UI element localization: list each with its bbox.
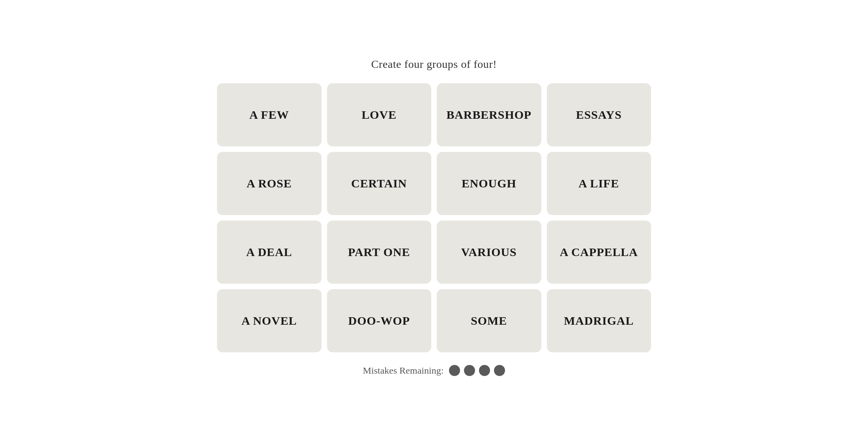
tile-a-deal[interactable]: A DEAL bbox=[217, 221, 322, 284]
tile-essays[interactable]: ESSAYS bbox=[547, 83, 651, 146]
mistakes-label: Mistakes Remaining: bbox=[363, 365, 444, 376]
tile-label-madrigal: MADRIGAL bbox=[559, 314, 638, 327]
mistakes-section: Mistakes Remaining: bbox=[363, 365, 505, 376]
tile-label-enough: ENOUGH bbox=[457, 177, 521, 190]
tile-label-a-cappella: A CAPPELLA bbox=[555, 245, 643, 259]
tile-label-essays: ESSAYS bbox=[571, 108, 627, 122]
tile-part-one[interactable]: PART ONE bbox=[327, 221, 432, 284]
tile-label-a-rose: A ROSE bbox=[242, 177, 297, 190]
tile-label-some: SOME bbox=[466, 314, 512, 327]
tile-label-a-few: A FEW bbox=[245, 108, 294, 122]
mistake-dot-2 bbox=[464, 365, 475, 376]
tile-a-life[interactable]: A LIFE bbox=[547, 152, 651, 215]
subtitle: Create four groups of four! bbox=[371, 58, 497, 71]
tile-barbershop[interactable]: BARBERSHOP bbox=[437, 83, 541, 146]
tile-label-part-one: PART ONE bbox=[343, 245, 415, 259]
tile-a-cappella[interactable]: A CAPPELLA bbox=[547, 221, 651, 284]
tile-a-few[interactable]: A FEW bbox=[217, 83, 322, 146]
tile-love[interactable]: LOVE bbox=[327, 83, 432, 146]
tile-some[interactable]: SOME bbox=[437, 289, 541, 352]
tile-label-a-novel: A NOVEL bbox=[237, 314, 302, 327]
tile-grid: A FEWLOVEBARBERSHOPESSAYSA ROSECERTAINEN… bbox=[217, 83, 651, 352]
tile-label-a-deal: A DEAL bbox=[241, 245, 297, 259]
tile-madrigal[interactable]: MADRIGAL bbox=[547, 289, 651, 352]
game-container: Create four groups of four! A FEWLOVEBAR… bbox=[217, 58, 651, 376]
mistake-dot-3 bbox=[479, 365, 490, 376]
tile-certain[interactable]: CERTAIN bbox=[327, 152, 432, 215]
tile-label-a-life: A LIFE bbox=[574, 177, 624, 190]
tile-label-barbershop: BARBERSHOP bbox=[441, 108, 536, 122]
tile-label-love: LOVE bbox=[357, 108, 401, 122]
tile-a-novel[interactable]: A NOVEL bbox=[217, 289, 322, 352]
mistakes-dots bbox=[449, 365, 505, 376]
tile-a-rose[interactable]: A ROSE bbox=[217, 152, 322, 215]
tile-label-various: VARIOUS bbox=[456, 245, 522, 259]
tile-various[interactable]: VARIOUS bbox=[437, 221, 541, 284]
tile-enough[interactable]: ENOUGH bbox=[437, 152, 541, 215]
tile-label-certain: CERTAIN bbox=[346, 177, 412, 190]
tile-doo-wop[interactable]: DOO-WOP bbox=[327, 289, 432, 352]
tile-label-doo-wop: DOO-WOP bbox=[344, 314, 415, 327]
mistake-dot-1 bbox=[449, 365, 460, 376]
mistake-dot-4 bbox=[494, 365, 505, 376]
